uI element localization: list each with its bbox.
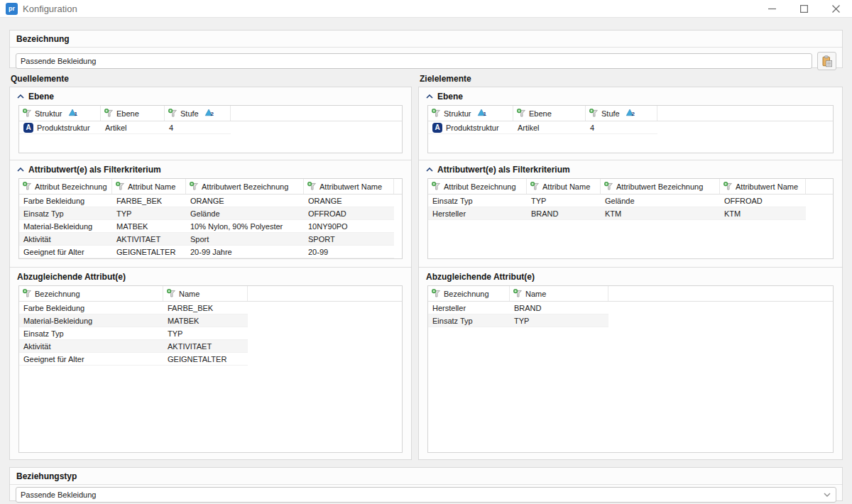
section-title: Attributwert(e) als Filterkriterium (28, 165, 161, 175)
filter-funnel-add-icon[interactable] (432, 182, 441, 191)
table-row[interactable]: AktivitätAKTIVITAET (19, 340, 248, 353)
table-row[interactable]: Material-BekleidungMATBEK (19, 314, 248, 327)
cell-text: TYP (168, 329, 182, 338)
column-header-name[interactable]: Name (163, 286, 248, 301)
table-cell: Einsatz Typ (19, 327, 163, 339)
table-row[interactable]: Einsatz TypTYP (428, 314, 608, 327)
beziehungstyp-content: Passende Bekleidung (10, 485, 842, 504)
filter-funnel-add-icon[interactable] (517, 109, 526, 118)
column-header-attributwert-name[interactable]: Attributwert Name (304, 179, 394, 194)
table-row[interactable]: AProduktstrukturArtikel4 (19, 121, 231, 134)
table-cell: TYP (163, 327, 248, 339)
table-cell: SPORT (304, 233, 394, 245)
sort-order-icon: 1 (68, 109, 78, 116)
column-header-bezeichnung[interactable]: Bezeichnung (19, 286, 163, 301)
column-header-struktur[interactable]: Struktur1 (19, 106, 101, 121)
maximize-button[interactable] (788, 0, 820, 17)
source-filter-header[interactable]: Attributwert(e) als Filterkriterium (10, 160, 411, 177)
target-ebene-header[interactable]: Ebene (419, 87, 842, 104)
bezeichnung-groupbox: Bezeichnung (9, 30, 843, 68)
cell-text: Farbe Bekleidung (23, 197, 84, 205)
filter-funnel-add-icon[interactable] (432, 289, 441, 298)
column-header-ebene[interactable]: Ebene (513, 106, 586, 121)
table-cell: FARBE_BEK (163, 302, 248, 314)
target-filter-header[interactable]: Attributwert(e) als Filterkriterium (419, 160, 842, 177)
table-row[interactable]: HerstellerBRANDKTMKTM (428, 207, 806, 220)
window-controls (756, 0, 852, 17)
table-cell: MATBEK (163, 314, 248, 327)
filter-funnel-add-icon[interactable] (432, 109, 441, 118)
table-row[interactable]: Material-BekleidungMATBEK10% Nylon, 90% … (19, 220, 394, 233)
source-match-grid[interactable]: BezeichnungNameFarbe BekleidungFARBE_BEK… (18, 285, 403, 453)
filter-funnel-add-icon[interactable] (104, 109, 114, 118)
table-row[interactable]: Einsatz TypTYP (19, 327, 248, 340)
table-row[interactable]: Einsatz TypTYPGeländeOFFROAD (19, 207, 394, 220)
table-row[interactable]: Geeignet für AlterGEIGNETALTER20-99 Jahr… (19, 246, 394, 258)
close-icon (832, 5, 840, 13)
target-match-grid[interactable]: BezeichnungNameHerstellerBRANDEinsatz Ty… (427, 285, 834, 453)
target-ebene-grid[interactable]: Struktur1EbeneStufe2AProduktstrukturArti… (427, 105, 834, 153)
column-header-attribut-name[interactable]: Attribut Name (527, 179, 601, 194)
column-header-ebene[interactable]: Ebene (101, 106, 165, 121)
table-row[interactable]: Farbe BekleidungFARBE_BEK (19, 302, 248, 314)
sort-order-icon: 2 (204, 109, 214, 116)
column-header-attribut-bezeichnung[interactable]: Attribut Bezeichnung (19, 179, 112, 194)
minimize-button[interactable] (756, 0, 788, 17)
chevron-up-icon[interactable] (17, 94, 24, 99)
structure-a-icon: A (432, 123, 442, 133)
source-match-header: Abzugleichende Attribut(e) (10, 268, 411, 284)
column-header-attributwert-bezeichnung[interactable]: Attributwert Bezeichnung (186, 179, 304, 194)
filter-funnel-add-icon[interactable] (530, 182, 540, 191)
column-header-stufe[interactable]: Stufe2 (586, 106, 657, 121)
column-header-attributwert-bezeichnung[interactable]: Attributwert Bezeichnung (601, 179, 720, 194)
filter-funnel-add-icon[interactable] (589, 109, 599, 118)
target-match-section: Abzugleichende Attribut(e) BezeichnungNa… (419, 267, 842, 459)
filter-funnel-add-icon[interactable] (604, 182, 613, 191)
filter-funnel-add-icon[interactable] (513, 289, 523, 298)
source-filter-section: Attributwert(e) als Filterkriterium Attr… (10, 160, 411, 267)
column-header-bezeichnung[interactable]: Bezeichnung (428, 286, 510, 301)
table-row[interactable]: AktivitätAKTIVITAETSportSPORT (19, 233, 394, 246)
bezeichnung-input[interactable] (16, 53, 812, 69)
source-ebene-grid[interactable]: Struktur1EbeneStufe2AProduktstrukturArti… (18, 105, 403, 153)
filter-funnel-add-icon[interactable] (307, 182, 317, 191)
filter-funnel-add-icon[interactable] (190, 182, 199, 191)
beziehungstyp-select[interactable]: Passende Bekleidung (16, 487, 836, 503)
chevron-up-icon[interactable] (426, 168, 433, 172)
beziehungstyp-value: Passende Bekleidung (16, 491, 819, 499)
table-row[interactable]: Einsatz TypTYPGeländeOFFROAD (428, 195, 806, 207)
chevron-up-icon[interactable] (426, 94, 433, 99)
table-row[interactable]: Geeignet für AlterGEIGNETALTER (19, 353, 248, 366)
filter-funnel-add-icon[interactable] (23, 289, 32, 298)
column-header-attribut-name[interactable]: Attribut Name (112, 179, 186, 194)
filter-funnel-add-icon[interactable] (167, 289, 176, 298)
source-filter-grid[interactable]: Attribut BezeichnungAttribut NameAttribu… (18, 178, 403, 259)
column-header-label: Ebene (529, 109, 552, 118)
cell-text: TYP (531, 197, 546, 205)
paste-button[interactable] (817, 52, 836, 70)
filter-funnel-add-icon[interactable] (723, 182, 733, 191)
table-row[interactable]: AProduktstrukturArtikel4 (428, 121, 657, 134)
source-ebene-header[interactable]: Ebene (10, 87, 411, 104)
column-header-stufe[interactable]: Stufe2 (165, 106, 231, 121)
filter-funnel-add-icon[interactable] (23, 182, 32, 191)
chevron-up-icon[interactable] (17, 168, 24, 172)
column-header-struktur[interactable]: Struktur1 (428, 106, 513, 121)
column-header-attribut-bezeichnung[interactable]: Attribut Bezeichnung (428, 179, 527, 194)
column-header-name[interactable]: Name (510, 286, 608, 301)
target-filter-grid[interactable]: Attribut BezeichnungAttribut NameAttribu… (427, 178, 834, 259)
target-column-label: Zielelemente (420, 74, 471, 84)
table-cell: TYP (527, 195, 601, 207)
filter-funnel-add-icon[interactable] (116, 182, 125, 191)
filter-funnel-add-icon[interactable] (168, 109, 178, 118)
cell-text: GEIGNETALTER (168, 355, 226, 363)
column-header-label: Attribut Name (128, 182, 175, 191)
column-header-attributwert-name[interactable]: Attributwert Name (720, 179, 806, 194)
table-row[interactable]: HerstellerBRAND (428, 302, 608, 314)
close-button[interactable] (820, 0, 852, 17)
chevron-down-icon[interactable] (819, 493, 836, 497)
filter-funnel-add-icon[interactable] (23, 109, 32, 118)
table-row[interactable]: Farbe BekleidungFARBE_BEKORANGEORANGE (19, 195, 394, 207)
table-cell: BRAND (527, 207, 601, 219)
minimize-icon (768, 5, 776, 13)
